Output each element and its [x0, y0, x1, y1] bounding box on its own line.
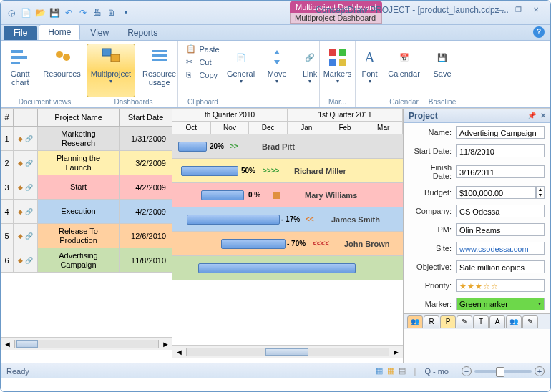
ribbon: Gantt chart Resources Document views Mul…: [1, 41, 550, 108]
scroll-left-icon[interactable]: ◄: [4, 340, 11, 348]
q4-label: th Quarter 2010: [172, 109, 288, 121]
finish-date-field[interactable]: 3/16/2011: [456, 165, 545, 178]
panel-tab-4[interactable]: ✎: [457, 315, 472, 328]
gantt-bar[interactable]: [201, 190, 244, 200]
company-field[interactable]: CS Odessa: [456, 205, 545, 217]
gantt-bar[interactable]: [178, 142, 207, 152]
panel-tab-7[interactable]: 👥: [506, 315, 522, 328]
objective-field[interactable]: Sale million copies: [456, 260, 545, 273]
zoom-out-icon[interactable]: −: [462, 366, 472, 376]
help-icon[interactable]: ?: [533, 26, 545, 38]
resource-usage-button[interactable]: Resource usage: [138, 44, 180, 97]
grid-hscroll[interactable]: ◄ ►: [1, 337, 172, 350]
q1-label: 1st Quarter 2011: [288, 109, 403, 121]
panel-tabs: 👥 R P ✎ T A 👥 ✎: [404, 313, 550, 329]
window-controls: — ❐ ✕: [492, 4, 545, 15]
view-icon-2[interactable]: ▦: [387, 366, 394, 376]
pin-icon[interactable]: 📌: [527, 112, 536, 119]
scroll-left-icon[interactable]: ◄: [175, 348, 183, 356]
redo-icon[interactable]: ↷: [77, 6, 89, 19]
app-icon[interactable]: ◶: [5, 6, 18, 19]
scroll-right-icon[interactable]: ►: [392, 348, 400, 356]
tab-view[interactable]: View: [82, 26, 117, 40]
col-start[interactable]: Start Date: [120, 109, 172, 126]
gantt-bar[interactable]: [187, 215, 280, 225]
panel-tab-8[interactable]: ✎: [522, 315, 538, 328]
pm-field[interactable]: Olin Reams: [456, 223, 545, 236]
save-icon[interactable]: 💾: [48, 6, 61, 19]
qat-more-icon[interactable]: ▾: [120, 6, 132, 19]
new-icon[interactable]: 📄: [19, 6, 32, 19]
group-label-dashboards: Dashboards: [114, 97, 153, 106]
cut-button[interactable]: ✂Cut: [184, 57, 213, 68]
panel-close-icon[interactable]: ✕: [540, 112, 546, 119]
gantt-chart-button[interactable]: Gantt chart: [4, 44, 36, 97]
file-tab[interactable]: File: [4, 26, 37, 40]
preview-icon[interactable]: 🗎: [105, 6, 118, 19]
table-row[interactable]: 4◆ 🔗Execution4/2/2009: [1, 200, 172, 224]
panel-tab-5[interactable]: T: [473, 315, 489, 328]
undo-icon[interactable]: ↶: [62, 6, 75, 19]
svg-rect-1: [11, 56, 27, 59]
col-icons[interactable]: [14, 109, 38, 126]
table-row[interactable]: 3◆ 🔗Start4/2/2009: [1, 175, 172, 200]
timeline-row[interactable]: 50%>>>>Richard Miller: [172, 159, 403, 183]
markers-button[interactable]: Markers▾: [319, 44, 356, 97]
calendar-button[interactable]: 📅Calendar: [384, 44, 424, 97]
grid-header: # Project Name Start Date: [1, 109, 172, 127]
svg-rect-9: [152, 59, 167, 61]
panel-tab-1[interactable]: 👥: [407, 315, 423, 328]
col-name[interactable]: Project Name: [38, 109, 120, 126]
scroll-right-icon[interactable]: ►: [162, 340, 170, 348]
copy-button[interactable]: ⎘Copy: [184, 69, 220, 81]
gantt-bar[interactable]: [221, 239, 286, 249]
resources-button[interactable]: Resources: [39, 44, 85, 97]
zoom-slider[interactable]: [474, 370, 532, 373]
panel-tab-3[interactable]: P: [440, 315, 456, 328]
timeline-row[interactable]: - 70%<<<<John Brown: [172, 232, 403, 256]
budget-stepper[interactable]: ▲▼: [536, 186, 545, 199]
gantt-bar[interactable]: [181, 166, 238, 176]
table-row[interactable]: 1◆ 🔗MarketingResearch1/31/2009: [1, 127, 172, 151]
gantt-bar[interactable]: [198, 263, 356, 273]
table-row[interactable]: 2◆ 🔗Planning theLaunch3/2/2009: [1, 151, 172, 175]
panel-tab-2[interactable]: R: [424, 315, 439, 328]
group-label-markers: Mar...: [328, 97, 346, 106]
font-button[interactable]: AFont▾: [354, 44, 386, 97]
priority-field[interactable]: ★★★☆☆: [456, 279, 545, 292]
maximize-icon[interactable]: ❐: [509, 4, 527, 15]
zoom-in-icon[interactable]: +: [535, 366, 545, 376]
name-field[interactable]: Advertising Campaign: [456, 126, 545, 139]
save-baseline-button[interactable]: 💾Save: [426, 44, 458, 97]
timeline-hscroll[interactable]: ◄ ►: [172, 345, 403, 358]
move-button[interactable]: Move▾: [262, 44, 292, 97]
print-icon[interactable]: 🖶: [91, 6, 104, 19]
paste-button[interactable]: 📋Paste: [184, 44, 221, 55]
timeline-row[interactable]: [172, 256, 403, 280]
timeline-row[interactable]: - 17%<<James Smith: [172, 207, 403, 232]
minimize-icon[interactable]: —: [492, 4, 509, 15]
site-field[interactable]: www.csodessa.com: [456, 242, 545, 255]
marker-field[interactable]: Green marker▾: [456, 298, 545, 310]
table-row[interactable]: 5◆ 🔗Release ToProduction12/6/2010: [1, 224, 172, 248]
panel-tab-6[interactable]: A: [489, 315, 505, 328]
svg-rect-6: [111, 54, 120, 62]
view-icon-3[interactable]: ▤: [399, 366, 406, 376]
budget-field[interactable]: $100,000.00: [456, 186, 536, 199]
close-icon[interactable]: ✕: [527, 4, 545, 15]
open-icon[interactable]: 📂: [34, 6, 47, 19]
general-button[interactable]: 📄General▾: [223, 44, 259, 97]
svg-rect-5: [102, 49, 111, 56]
view-icon-1[interactable]: ▦: [376, 366, 383, 376]
tab-home[interactable]: Home: [39, 24, 80, 40]
start-date-field[interactable]: 11/8/2010: [456, 144, 545, 157]
milestone-icon: [273, 192, 280, 199]
svg-rect-11: [339, 49, 346, 56]
svg-rect-0: [11, 50, 23, 53]
timeline-row[interactable]: 0 %Mary Williams: [172, 183, 403, 207]
tab-reports[interactable]: Reports: [119, 26, 166, 40]
col-num[interactable]: #: [1, 109, 14, 126]
table-row[interactable]: 6◆ 🔗AdvertisingCampaign11/8/2010: [1, 248, 172, 273]
multiproject-button[interactable]: Multiproject▾: [87, 44, 135, 97]
timeline-row[interactable]: 20%>>Brad Pitt: [172, 134, 403, 159]
